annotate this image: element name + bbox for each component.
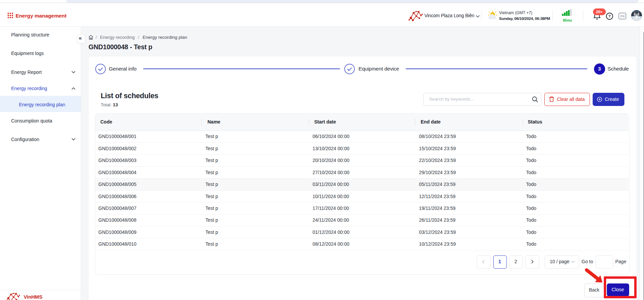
svg-text:?: ? — [608, 14, 611, 18]
